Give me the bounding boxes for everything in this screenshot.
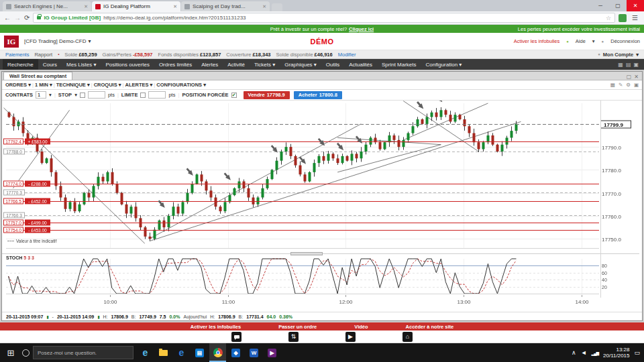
logout-link[interactable]: Déconnexion — [610, 38, 640, 44]
footer-infobulles-button[interactable]: Activer les infobulles — [191, 324, 241, 330]
cortana-icon[interactable] — [22, 349, 30, 357]
home-icon[interactable]: ⌂ — [402, 332, 413, 342]
taskbar-edge-icon[interactable]: e — [173, 343, 190, 362]
taskbar-clock[interactable]: 13:28 20/11/2015 — [603, 347, 629, 359]
speaker-icon[interactable]: ◄ — [581, 349, 587, 356]
croquis-menu[interactable]: CROQUIS ▾ — [94, 82, 121, 88]
menu-item-alertes[interactable]: Alertes — [197, 59, 223, 70]
menu-item-cours[interactable]: Cours — [38, 59, 62, 70]
buy-button[interactable]: Acheter 17800.8 — [294, 91, 342, 99]
snapshot-icon[interactable]: ▦ — [610, 82, 615, 88]
alertes-menu[interactable]: ALERTES ▾ — [125, 82, 153, 88]
stoch-indicator-label: STOCH 5 3 3 — [6, 255, 34, 260]
workspace: Wall Street au comptant ▢ ✕ ORDRES ▾| 1 … — [0, 70, 644, 322]
technique-menu[interactable]: TECHNIQUE ▾ — [56, 82, 90, 88]
cortana-search-input[interactable]: Posez-moi une question. — [33, 346, 133, 359]
modifier-link[interactable]: Modifier — [338, 52, 356, 58]
notification-center-icon[interactable]: ▭ — [634, 349, 640, 356]
order-arrows-icon[interactable]: ⇅ — [288, 332, 299, 342]
menu-item-actualites[interactable]: Actualités — [344, 59, 377, 70]
tab-close-icon[interactable]: ✕ — [262, 4, 266, 9]
interval-menu[interactable]: 1 MIN ▾ — [35, 82, 52, 88]
position-forcee-checkbox[interactable]: ✔ — [231, 93, 237, 98]
stop-input[interactable] — [88, 91, 105, 99]
taskbar-chrome-icon[interactable] — [209, 343, 226, 362]
taskbar-store-icon[interactable]: ▤ — [191, 343, 208, 362]
settings-gear-icon[interactable]: ⚙ — [626, 82, 631, 88]
draw-icon[interactable]: ✎ — [619, 82, 623, 88]
layout-pin-icon[interactable]: ▣ — [633, 62, 639, 68]
mon-compte-menu[interactable]: ● Mon Compte ▾ — [598, 52, 639, 58]
buy-label: Acheter — [299, 92, 317, 98]
maximize-button[interactable]: ▢ — [609, 0, 627, 11]
buy-price: 17800.8 — [319, 92, 337, 98]
taskbar-word-icon[interactable]: W — [246, 343, 262, 362]
limite-input[interactable] — [148, 91, 166, 99]
stop-checkbox[interactable] — [80, 93, 85, 98]
menu-item-ordres-limites[interactable]: Ordres limités — [154, 59, 197, 70]
price-chart-canvas[interactable] — [2, 101, 639, 312]
start-button[interactable]: ⊞ — [3, 348, 19, 358]
menu-item-configuration[interactable]: Configuration ▾ — [421, 59, 467, 70]
ordres-menu[interactable]: ORDRES ▾ — [5, 82, 31, 88]
menu-item-recherche[interactable]: Recherche — [3, 59, 38, 70]
tooltips-link[interactable]: Activer les infobulles — [514, 38, 559, 44]
refresh-icon[interactable]: ⟳ — [24, 14, 30, 21]
menu-item-mes-listes[interactable]: Mes Listes ▾ — [62, 59, 101, 70]
configurations-menu[interactable]: CONFIGURATIONS ▾ — [156, 82, 206, 88]
chevron-down-icon[interactable]: ▾ — [49, 92, 52, 98]
help-link[interactable]: Aide — [576, 38, 586, 44]
today-points: 64.0 — [267, 314, 276, 319]
minimize-button[interactable]: ─ — [592, 0, 609, 11]
pin-icon[interactable]: ▣ — [634, 82, 639, 88]
ssl-badge[interactable]: IG Group Limited [GB] — [44, 15, 101, 21]
taskbar-ie-icon[interactable]: e — [137, 343, 154, 362]
rapport-link[interactable]: Rapport — [34, 52, 52, 58]
panel-maximize-icon[interactable]: ▢ — [627, 74, 632, 80]
tray-caret-icon[interactable]: ∧ — [572, 349, 576, 356]
app-glyph: ◆ — [231, 349, 240, 357]
browser-tab-1[interactable]: Search Engines | Ne... ✕ — [3, 1, 91, 11]
footer-passer-ordre-button[interactable]: Passer un ordre — [278, 324, 317, 330]
browser-tab-2-active[interactable]: IG Dealing Platform ✕ — [92, 1, 180, 11]
layout-grid-icon[interactable]: ▦ — [618, 62, 623, 68]
menu-item-tickets[interactable]: Tickets ▾ — [250, 59, 280, 70]
taskbar-explorer-icon[interactable] — [155, 343, 172, 362]
menu-item-positions-ouvertes[interactable]: Positions ouvertes — [101, 59, 154, 70]
account-selector[interactable]: [CFD Trading] Demo-CFD ▾ — [24, 38, 91, 44]
menu-item-graphiques[interactable]: Graphiques ▾ — [280, 59, 321, 70]
taskbar-app-purple-icon[interactable]: ▶ — [264, 343, 280, 362]
extension-icon[interactable] — [619, 14, 627, 22]
menu-item-sprint-markets[interactable]: Sprint Markets — [377, 59, 421, 70]
browser-tab-3[interactable]: Scalping et Day trad... ✕ — [181, 1, 270, 11]
network-signal-icon[interactable]: ▂▄▆ — [592, 351, 598, 355]
panel-tab-wall-street[interactable]: Wall Street au comptant — [3, 72, 72, 80]
new-tab-button[interactable] — [272, 3, 282, 11]
balance-solde: Solde£65,259 — [64, 52, 97, 58]
limite-checkbox[interactable] — [140, 93, 146, 98]
panel-close-icon[interactable]: ✕ — [634, 74, 639, 80]
separator: | — [123, 82, 124, 88]
sell-button[interactable]: Vendre 17798.9 — [244, 91, 290, 99]
contrats-input[interactable] — [36, 91, 46, 99]
close-button[interactable]: ✕ — [627, 0, 644, 11]
footer-site-button[interactable]: Accéder à notre site — [406, 324, 454, 330]
url-field[interactable]: IG Group Limited [GB] https://demo-deal.… — [33, 13, 615, 23]
menu-item-outils[interactable]: Outils — [321, 59, 344, 70]
tab-close-icon[interactable]: ✕ — [173, 4, 177, 9]
back-icon[interactable]: ← — [4, 14, 11, 21]
footer-video-button[interactable]: Vidéo — [354, 324, 368, 330]
chat-bubble-icon[interactable] — [231, 332, 241, 342]
forward-icon[interactable]: → — [14, 14, 21, 21]
video-play-icon[interactable]: ▶ — [345, 332, 356, 342]
ig-header: IG [CFD Trading] Demo-CFD ▾ DÉMO Activer… — [0, 33, 644, 50]
taskbar-app-blue-icon[interactable]: ◆ — [227, 343, 244, 362]
tab-close-icon[interactable]: ✕ — [84, 4, 88, 9]
menu-item-activite[interactable]: Activité — [223, 59, 250, 70]
layout-rows-icon[interactable]: ▤ — [626, 62, 631, 68]
paiements-link[interactable]: Paiements — [5, 52, 29, 58]
promo-link[interactable]: Cliquez ici — [349, 26, 374, 32]
chevron-down-icon[interactable]: ▾ — [74, 92, 77, 98]
bookmark-star-icon[interactable]: ☆ — [606, 15, 611, 21]
browser-menu-icon[interactable]: ☰ — [630, 14, 640, 21]
